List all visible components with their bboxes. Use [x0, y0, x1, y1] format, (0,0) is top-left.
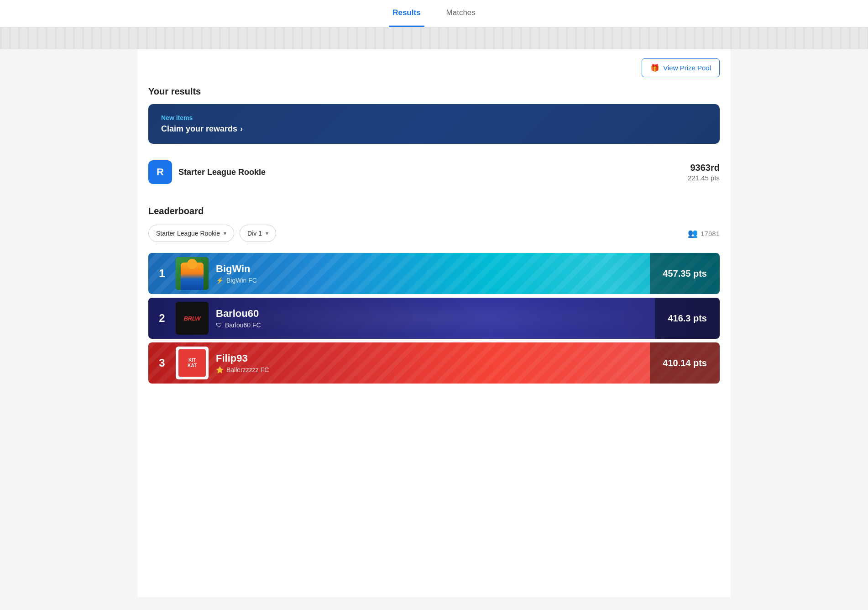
rank-number-2: 2 — [148, 312, 176, 325]
tab-matches[interactable]: Matches — [443, 0, 479, 27]
gift-icon: 🎁 — [650, 63, 659, 72]
leaderboard-row-1[interactable]: 1 BigWin ⚡ BigWin FC 457.35 pts — [148, 253, 720, 294]
team-name-1: BigWin FC — [226, 277, 257, 284]
team-icon-3: ⭐ — [216, 366, 224, 373]
avatar-2: BRLW — [176, 302, 209, 335]
your-results-title: Your results — [148, 86, 720, 97]
main-content: 🎁 View Prize Pool Your results New items… — [137, 49, 731, 597]
avatar-1 — [176, 257, 209, 290]
top-nav: Results Matches — [0, 0, 868, 27]
claim-chevron: › — [240, 124, 243, 134]
div-filter-dropdown[interactable]: Div 1 ▾ — [240, 225, 276, 242]
league-rank: 9363rd — [688, 163, 720, 173]
league-right: 9363rd 221.45 pts — [688, 163, 720, 182]
team-icon-1: ⚡ — [216, 277, 224, 284]
div-chevron-down-icon: ▾ — [266, 230, 268, 237]
new-items-label: New items — [161, 114, 707, 121]
leaderboard-row-2[interactable]: 2 BRLW Barlou60 🛡 Barlou60 FC 416.3 pts — [148, 298, 720, 339]
prize-pool-label: View Prize Pool — [663, 64, 711, 72]
prize-pool-row: 🎁 View Prize Pool — [148, 58, 720, 77]
claim-rewards-text: Claim your rewards › — [161, 124, 707, 134]
league-icon: R — [148, 160, 172, 184]
rewards-banner[interactable]: New items Claim your rewards › — [148, 104, 720, 144]
league-filter-dropdown[interactable]: Starter League Rookie ▾ — [148, 225, 234, 242]
rank-number-1: 1 — [148, 267, 176, 280]
username-3: Filip93 — [216, 352, 650, 364]
view-prize-pool-button[interactable]: 🎁 View Prize Pool — [642, 58, 720, 77]
rank-number-3: 3 — [148, 357, 176, 369]
league-pts: 221.45 pts — [688, 174, 720, 182]
team-row-1: ⚡ BigWin FC — [216, 277, 650, 284]
members-count: 👥 17981 — [688, 228, 720, 238]
team-row-3: ⭐ Ballerzzzzz FC — [216, 366, 650, 373]
leaderboard-info-2: Barlou60 🛡 Barlou60 FC — [216, 308, 655, 329]
username-1: BigWin — [216, 263, 650, 275]
leaderboard-row-3[interactable]: 3 KITKAT Filip93 ⭐ Ballerzzzzz FC 410.14… — [148, 342, 720, 384]
league-chevron-down-icon: ▾ — [224, 230, 226, 237]
points-value-2: 416.3 pts — [668, 313, 707, 324]
username-2: Barlou60 — [216, 308, 655, 320]
points-panel-3: 410.14 pts — [650, 342, 720, 384]
league-filter-label: Starter League Rookie — [156, 230, 220, 237]
div-filter-label: Div 1 — [247, 230, 262, 237]
avatar-3: KITKAT — [176, 347, 209, 379]
team-row-2: 🛡 Barlou60 FC — [216, 321, 655, 329]
members-icon: 👥 — [688, 228, 698, 238]
leaderboard-title: Leaderboard — [148, 206, 720, 216]
points-value-3: 410.14 pts — [663, 358, 707, 368]
filters-left: Starter League Rookie ▾ Div 1 ▾ — [148, 225, 276, 242]
league-row: R Starter League Rookie 9363rd 221.45 pt… — [148, 157, 720, 188]
points-panel-2: 416.3 pts — [655, 298, 720, 339]
leaderboard-info-1: BigWin ⚡ BigWin FC — [216, 263, 650, 284]
leaderboard-info-3: Filip93 ⭐ Ballerzzzzz FC — [216, 352, 650, 373]
team-name-2: Barlou60 FC — [225, 321, 261, 329]
members-count-value: 17981 — [701, 230, 720, 237]
points-value-1: 457.35 pts — [663, 268, 707, 279]
league-left: R Starter League Rookie — [148, 160, 266, 184]
gray-stripe — [0, 27, 868, 49]
tab-results[interactable]: Results — [389, 0, 424, 27]
points-panel-1: 457.35 pts — [650, 253, 720, 294]
team-name-3: Ballerzzzzz FC — [226, 366, 269, 373]
filters-row: Starter League Rookie ▾ Div 1 ▾ 👥 17981 — [148, 225, 720, 242]
league-name: Starter League Rookie — [178, 168, 266, 177]
team-icon-2: 🛡 — [216, 321, 222, 329]
